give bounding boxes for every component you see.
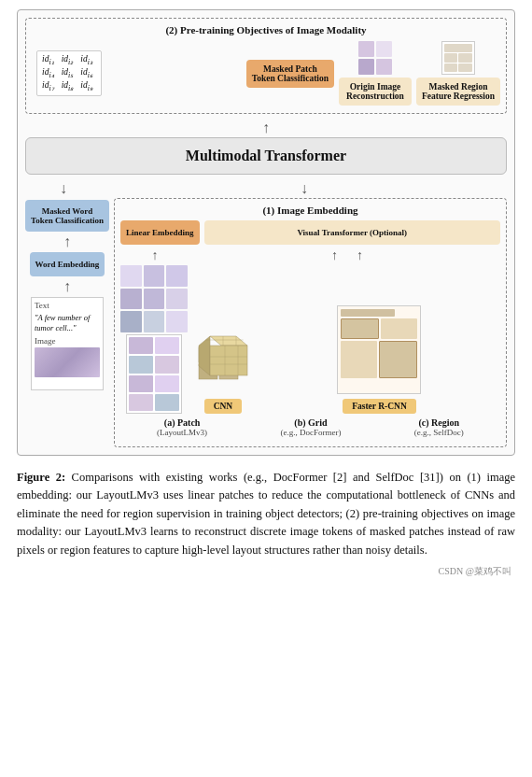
pc1 bbox=[120, 265, 142, 287]
left-column: Masked Word Token Classification ↑ Word … bbox=[25, 198, 109, 390]
up-arrow-masked-word: ↑ bbox=[63, 233, 71, 250]
figure-text: Comparisons with existing works (e.g., D… bbox=[17, 471, 515, 557]
tdoc-4 bbox=[444, 64, 458, 72]
faster-rcnn-label: Faster R-CNN bbox=[343, 399, 416, 414]
rdoc-c1 bbox=[341, 318, 379, 339]
visual-transformer-box: Visual Transformer (Optional) bbox=[204, 220, 500, 245]
tdoc-1 bbox=[444, 44, 472, 52]
tdoc-2 bbox=[444, 53, 458, 62]
word-embed-box-left: Word Embedding bbox=[30, 252, 105, 276]
rdoc-c2 bbox=[381, 318, 417, 339]
image-embedding-title: (1) Image Embedding bbox=[120, 205, 500, 216]
id-12: idi₂ bbox=[62, 54, 77, 66]
rdoc-c3 bbox=[341, 341, 377, 378]
rdoc-row-2 bbox=[341, 341, 417, 378]
arrow-linear: ↑ bbox=[120, 248, 189, 263]
up-arrow-vt2: ↑ bbox=[357, 248, 363, 263]
origin-image-area: Origin Image Reconstruction bbox=[339, 41, 412, 106]
pc5 bbox=[144, 289, 165, 310]
cnn-label: CNN bbox=[204, 399, 243, 414]
embed-arrows: ↑ ↑ ↑ bbox=[120, 248, 500, 263]
text-doc-mockup: Text "A few number of tumor cell..." Ima… bbox=[31, 297, 104, 390]
id-11: idi₁ bbox=[42, 54, 58, 66]
pdoc-6 bbox=[155, 375, 179, 392]
image-placeholder bbox=[35, 347, 100, 377]
arrow-left-col: ↓ bbox=[25, 180, 102, 197]
bottom-section: Masked Word Token Classification ↑ Word … bbox=[25, 198, 507, 451]
pc7 bbox=[120, 311, 142, 332]
pdoc-3 bbox=[129, 356, 153, 373]
captions-row: (a) Patch (LayoutLMv3) (b) Grid (e.g., D… bbox=[120, 417, 500, 437]
content-row: CNN bbox=[120, 265, 500, 414]
tdoc-3 bbox=[458, 53, 472, 62]
svg-marker-4 bbox=[210, 336, 247, 346]
pdoc-4 bbox=[155, 356, 179, 373]
pretraining-title: (2) Pre-training Objectives of Image Mod… bbox=[32, 24, 500, 35]
masked-patch-box: Masked Patch Token Classification bbox=[246, 60, 334, 88]
thumb-cell-2 bbox=[376, 41, 392, 57]
pc6 bbox=[166, 289, 188, 310]
id-16: idi₆ bbox=[80, 67, 96, 79]
down-arrow-right: ↓ bbox=[301, 180, 308, 197]
image-embedding-section: (1) Image Embedding Linear Embedding Vis… bbox=[114, 198, 507, 447]
pdoc-5 bbox=[129, 375, 153, 392]
pc3 bbox=[166, 265, 188, 287]
caption-a: (a) Patch (LayoutLMv3) bbox=[157, 417, 207, 437]
thumb-cell-1 bbox=[358, 41, 374, 57]
pc9 bbox=[166, 311, 188, 332]
patch-col bbox=[120, 265, 188, 414]
pretrain-inner: idi₁ idi₂ idi₃ idi₄ idi₅ idi₆ idi₇ idi₈ … bbox=[32, 41, 500, 106]
pc2 bbox=[144, 265, 165, 287]
id-19: idi₉ bbox=[80, 80, 96, 92]
thumb-cell-4 bbox=[376, 59, 392, 75]
origin-image-box: Origin Image Reconstruction bbox=[339, 78, 412, 106]
rdoc-row-1 bbox=[341, 318, 417, 339]
arrows-vt: ↑ ↑ bbox=[194, 248, 500, 263]
image-label: Image bbox=[35, 336, 100, 347]
pdoc-1 bbox=[129, 337, 153, 354]
arrows-from-transformer: ↓ ↓ bbox=[25, 180, 507, 197]
watermark: CSDN @菜鸡不叫 bbox=[17, 565, 515, 578]
cube-svg bbox=[191, 329, 255, 394]
figure-caption: Figure 2: Comparisons with existing work… bbox=[17, 469, 515, 559]
rdoc-c4 bbox=[379, 341, 417, 378]
up-arrow-linear: ↑ bbox=[151, 248, 158, 263]
masked-region-area: Masked Region Feature Regression bbox=[416, 41, 500, 106]
transformer-box: Multimodal Transformer bbox=[25, 137, 507, 175]
pc8 bbox=[144, 311, 165, 332]
thumb-cell-3 bbox=[358, 59, 374, 75]
up-arrow-vt1: ↑ bbox=[331, 248, 338, 263]
id-tokens-area: idi₁ idi₂ idi₃ idi₄ idi₅ idi₆ idi₇ idi₈ … bbox=[32, 50, 106, 96]
pretrain-right-boxes: Masked Patch Token Classification Origin… bbox=[111, 41, 500, 106]
pc4 bbox=[120, 289, 142, 310]
down-arrow-left: ↓ bbox=[60, 180, 67, 197]
id-14: idi₄ bbox=[42, 67, 58, 79]
ids-grid: idi₁ idi₂ idi₃ idi₄ idi₅ idi₆ idi₇ idi₈ … bbox=[36, 50, 102, 96]
arrow-right-col: ↓ bbox=[102, 180, 507, 197]
id-13: idi₃ bbox=[80, 54, 96, 66]
text-label: Text bbox=[35, 301, 100, 312]
patch-grid bbox=[120, 265, 188, 332]
id-18: idi₈ bbox=[62, 80, 77, 92]
rdoc-top-bar bbox=[341, 309, 394, 317]
cube-col: CNN bbox=[191, 329, 255, 414]
up-arrow-word-embed: ↑ bbox=[63, 278, 71, 295]
text-content: "A few number of tumor cell..." bbox=[35, 313, 100, 333]
patch-plus-doc bbox=[126, 334, 182, 414]
region-col: Faster R-CNN bbox=[259, 305, 500, 414]
svg-rect-6 bbox=[210, 346, 247, 375]
linear-embed-col: Linear Embedding bbox=[120, 220, 200, 245]
up-arrow-center: ↑ bbox=[262, 120, 270, 136]
embed-row: Linear Embedding Visual Transformer (Opt… bbox=[120, 220, 500, 245]
arrows-to-transformer: ↑ bbox=[25, 120, 507, 136]
id-17: idi₇ bbox=[42, 80, 58, 92]
caption-c: (c) Region (e.g., SelfDoc) bbox=[414, 417, 464, 437]
patch-doc bbox=[126, 334, 182, 414]
caption-b: (b) Grid (e.g., DocFormer) bbox=[280, 417, 341, 437]
diagram-container: (2) Pre-training Objectives of Image Mod… bbox=[17, 9, 515, 456]
pdoc-2 bbox=[155, 337, 179, 354]
figure-label: Figure 2: bbox=[17, 471, 65, 484]
origin-thumb bbox=[358, 41, 392, 75]
linear-embed-box: Linear Embedding bbox=[120, 220, 200, 245]
masked-word-box: Masked Word Token Classification bbox=[25, 200, 109, 232]
